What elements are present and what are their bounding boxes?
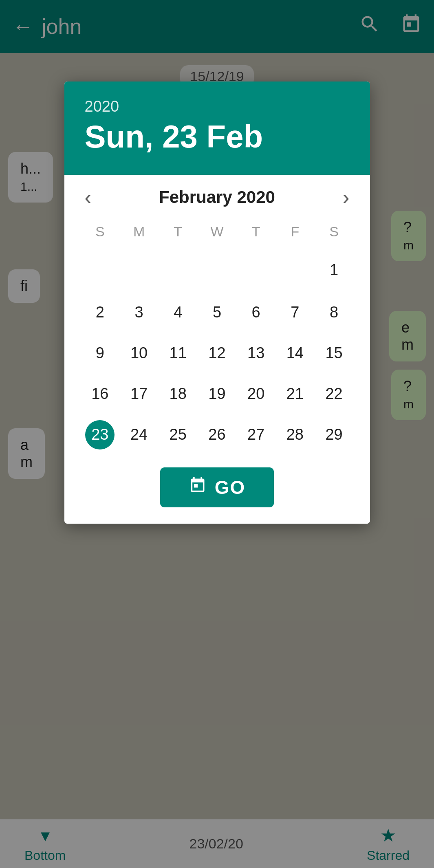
prev-month-button[interactable]: ‹ bbox=[81, 187, 96, 207]
table-row bbox=[119, 248, 159, 292]
col-header-sun: S bbox=[81, 220, 120, 248]
table-row[interactable]: 15 bbox=[315, 333, 354, 374]
table-row[interactable]: 19 bbox=[198, 374, 237, 414]
table-row[interactable]: 3 bbox=[119, 292, 159, 333]
go-button-label: GO bbox=[215, 476, 246, 498]
table-row[interactable]: 28 bbox=[275, 414, 315, 455]
table-row[interactable]: 18 bbox=[159, 374, 198, 414]
table-row[interactable]: 17 bbox=[119, 374, 159, 414]
table-row[interactable]: 25 bbox=[159, 414, 198, 455]
table-row[interactable]: 29 bbox=[315, 414, 354, 455]
table-row[interactable]: 2 bbox=[81, 292, 120, 333]
table-row[interactable]: 6 bbox=[236, 292, 275, 333]
go-calendar-icon bbox=[189, 476, 207, 498]
table-row[interactable]: 26 bbox=[198, 414, 237, 455]
calendar-header: 2020 Sun, 23 Feb bbox=[64, 82, 370, 175]
col-header-tue: T bbox=[159, 220, 198, 248]
table-row[interactable]: 9 bbox=[81, 333, 120, 374]
calendar-grid: S M T W T F S 12345678910111213141516171… bbox=[81, 220, 354, 455]
table-row[interactable]: 1 bbox=[315, 248, 354, 292]
table-row bbox=[275, 248, 315, 292]
table-row[interactable]: 14 bbox=[275, 333, 315, 374]
calendar-month-nav: ‹ February 2020 › bbox=[81, 187, 354, 207]
calendar-selected-date: Sun, 23 Feb bbox=[85, 119, 350, 154]
table-row[interactable]: 24 bbox=[119, 414, 159, 455]
table-row[interactable]: 23 bbox=[81, 414, 120, 455]
calendar-year: 2020 bbox=[85, 98, 350, 115]
table-row bbox=[198, 248, 237, 292]
table-row[interactable]: 7 bbox=[275, 292, 315, 333]
table-row[interactable]: 12 bbox=[198, 333, 237, 374]
table-row[interactable]: 8 bbox=[315, 292, 354, 333]
col-header-fri: F bbox=[275, 220, 315, 248]
table-row[interactable]: 5 bbox=[198, 292, 237, 333]
calendar-dialog: 2020 Sun, 23 Feb ‹ February 2020 › S M T… bbox=[64, 82, 370, 524]
col-header-wed: W bbox=[198, 220, 237, 248]
calendar-month-title: February 2020 bbox=[159, 187, 275, 207]
table-row[interactable]: 21 bbox=[275, 374, 315, 414]
table-row[interactable]: 4 bbox=[159, 292, 198, 333]
go-button[interactable]: GO bbox=[160, 467, 274, 507]
table-row[interactable]: 13 bbox=[236, 333, 275, 374]
table-row bbox=[236, 248, 275, 292]
col-header-mon: M bbox=[119, 220, 159, 248]
table-row[interactable]: 10 bbox=[119, 333, 159, 374]
table-row bbox=[81, 248, 120, 292]
calendar-body: ‹ February 2020 › S M T W T F S bbox=[64, 175, 370, 524]
table-row[interactable]: 16 bbox=[81, 374, 120, 414]
table-row bbox=[159, 248, 198, 292]
table-row[interactable]: 20 bbox=[236, 374, 275, 414]
modal-overlay: 2020 Sun, 23 Feb ‹ February 2020 › S M T… bbox=[0, 0, 434, 868]
col-header-thu: T bbox=[236, 220, 275, 248]
next-month-button[interactable]: › bbox=[339, 187, 354, 207]
table-row[interactable]: 11 bbox=[159, 333, 198, 374]
col-header-sat: S bbox=[315, 220, 354, 248]
calendar-go-area: GO bbox=[81, 467, 354, 507]
table-row[interactable]: 22 bbox=[315, 374, 354, 414]
table-row[interactable]: 27 bbox=[236, 414, 275, 455]
